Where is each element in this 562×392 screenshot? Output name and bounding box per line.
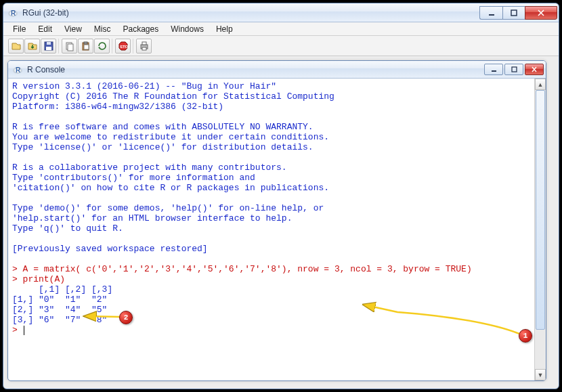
console-line: Type 'q()' to quit R.	[12, 223, 123, 234]
console-line: Copyright (C) 2016 The R Foundation for …	[12, 91, 334, 102]
svg-rect-3	[489, 14, 494, 16]
scroll-thumb[interactable]	[536, 90, 545, 330]
console-input-line: > print(A)	[12, 274, 65, 284]
svg-rect-6	[47, 42, 51, 45]
console-minimize-button[interactable]	[484, 64, 503, 75]
console-prompt: >	[12, 325, 23, 335]
svg-text:R: R	[11, 9, 16, 17]
main-window: R RGui (32-bit) File Edit View Misc Pack…	[3, 3, 559, 389]
console-line: Type 'demo()' for some demos, 'help()' f…	[12, 203, 324, 213]
menu-view[interactable]: View	[59, 23, 87, 35]
svg-rect-12	[84, 45, 89, 49]
svg-rect-16	[142, 42, 146, 45]
console-line: R version 3.3.1 (2016-06-21) -- "Bug in …	[12, 81, 276, 91]
menu-windows[interactable]: Windows	[165, 23, 209, 35]
svg-rect-22	[512, 67, 517, 72]
maximize-button[interactable]	[502, 6, 525, 20]
scroll-up-button[interactable]: ▲	[535, 79, 546, 90]
console-line: You are welcome to redistribute it under…	[12, 132, 329, 142]
console-line: Type 'contributors()' for more informati…	[12, 173, 255, 183]
console-close-button[interactable]	[525, 64, 544, 75]
load-workspace-button[interactable]	[24, 39, 40, 53]
paste-button[interactable]	[78, 39, 93, 53]
console-output[interactable]: R version 3.3.1 (2016-06-21) -- "Bug in …	[8, 79, 534, 380]
console-icon: R	[12, 64, 23, 75]
menu-edit[interactable]: Edit	[33, 23, 58, 35]
toolbar: STOP	[3, 36, 559, 56]
menu-help[interactable]: Help	[211, 23, 238, 35]
svg-rect-21	[492, 70, 496, 72]
console-line: [,1] [,2] [,3]	[12, 284, 112, 295]
copy-button[interactable]	[62, 39, 77, 53]
scroll-down-button[interactable]: ▼	[535, 369, 546, 380]
console-line: 'help.start()' for an HTML browser inter…	[12, 213, 292, 223]
menu-file[interactable]: File	[7, 23, 31, 35]
console-window: R R Console R version 3.3.1 (2016-06-21)…	[7, 60, 546, 381]
console-line: R is a collaborative project with many c…	[12, 162, 287, 173]
minimize-button[interactable]	[479, 6, 502, 20]
svg-rect-17	[142, 47, 146, 50]
svg-text:R: R	[16, 66, 21, 74]
console-line: R is free software and comes with ABSOLU…	[12, 122, 314, 132]
titlebar[interactable]: R RGui (32-bit)	[3, 3, 559, 22]
stop-button[interactable]: STOP	[115, 39, 131, 53]
console-maximize-button[interactable]	[504, 64, 523, 75]
svg-rect-11	[84, 42, 87, 44]
save-workspace-button[interactable]	[41, 39, 56, 53]
svg-rect-4	[511, 10, 517, 16]
console-input-line: > A = matrix( c('0','1','2','3','4','5',…	[12, 264, 472, 274]
console-line: Type 'license()' or 'licence()' for dist…	[12, 142, 314, 152]
annotation-bubble-1: 1	[519, 329, 532, 343]
text-cursor	[24, 326, 24, 335]
console-line: Platform: i386-w64-mingw32/i386 (32-bit)	[12, 102, 223, 112]
close-button[interactable]	[525, 6, 557, 20]
mdi-client-area: R R Console R version 3.3.1 (2016-06-21)…	[3, 56, 559, 389]
console-line: [1,] "0" "1" "2"	[12, 295, 112, 305]
menubar: File Edit View Misc Packages Windows Hel…	[3, 22, 559, 36]
svg-rect-7	[46, 47, 51, 50]
copy-paste-button[interactable]	[94, 39, 110, 53]
console-line: [Previously saved workspace restored]	[12, 244, 208, 254]
console-line: [3,] "6" "7" "8"	[12, 315, 112, 325]
scroll-track[interactable]	[535, 90, 546, 369]
console-line: 'citation()' on how to cite R or R packa…	[12, 183, 329, 193]
console-title: R Console	[27, 65, 480, 74]
svg-text:STOP: STOP	[120, 45, 129, 49]
window-title: RGui (32-bit)	[22, 8, 475, 18]
console-titlebar[interactable]: R R Console	[8, 61, 546, 79]
annotation-bubble-2: 2	[119, 311, 133, 324]
console-line: [2,] "3" "4" "5"	[12, 305, 112, 315]
open-script-button[interactable]	[8, 39, 24, 53]
menu-misc[interactable]: Misc	[89, 23, 116, 35]
svg-rect-9	[68, 44, 73, 51]
menu-packages[interactable]: Packages	[118, 23, 165, 35]
app-icon: R	[7, 7, 18, 18]
print-button[interactable]	[136, 39, 152, 53]
vertical-scrollbar[interactable]: ▲ ▼	[534, 79, 546, 380]
